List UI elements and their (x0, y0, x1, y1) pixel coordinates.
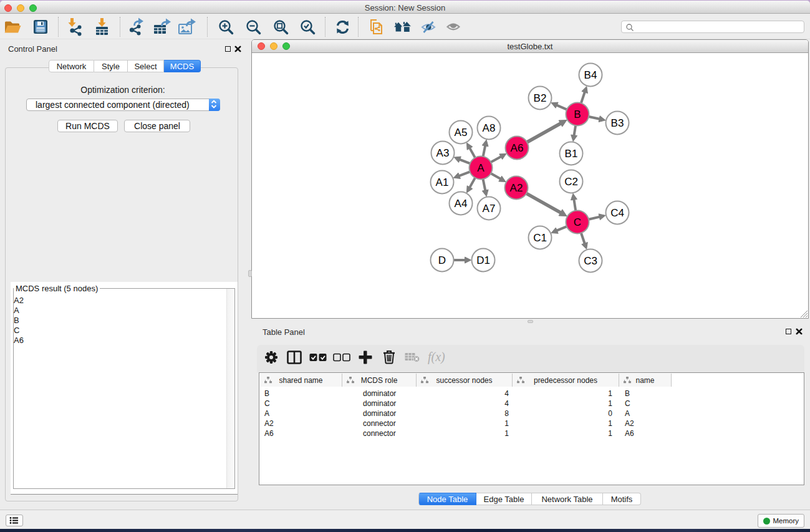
svg-text:C3: C3 (584, 255, 597, 267)
svg-text:A4: A4 (455, 198, 468, 210)
svg-text:A2: A2 (510, 182, 523, 194)
svg-text:A8: A8 (483, 122, 496, 134)
svg-text:B2: B2 (534, 92, 547, 104)
svg-text:A1: A1 (436, 177, 449, 188)
svg-text:B: B (574, 109, 581, 120)
svg-text:A7: A7 (483, 203, 496, 215)
svg-text:B3: B3 (611, 117, 624, 129)
svg-text:A5: A5 (455, 127, 468, 138)
svg-text:A6: A6 (511, 142, 524, 154)
svg-text:B1: B1 (565, 148, 578, 160)
svg-text:D: D (438, 254, 446, 266)
svg-text:B4: B4 (584, 69, 597, 81)
svg-text:C4: C4 (610, 207, 624, 219)
svg-text:C: C (574, 216, 581, 228)
svg-text:D1: D1 (476, 254, 490, 266)
svg-text:A: A (477, 162, 485, 174)
svg-text:C1: C1 (533, 232, 547, 244)
svg-text:A3: A3 (436, 147, 450, 159)
svg-text:C2: C2 (564, 176, 578, 188)
